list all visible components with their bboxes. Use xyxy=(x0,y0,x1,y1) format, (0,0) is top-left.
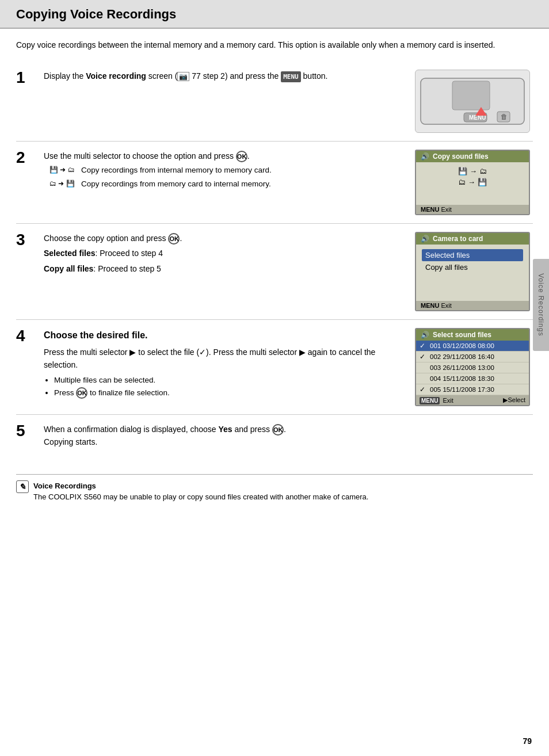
step-4-fname-1: 001 03/12/2008 08:00 xyxy=(430,342,525,349)
note-body: Voice Recordings The COOLPIX S560 may be… xyxy=(33,480,368,503)
step-3-option-copy-all: Copy all files xyxy=(422,261,523,273)
step-3-menu-spacer xyxy=(422,273,523,296)
step-2: 2 Use the multi selector to choose the o… xyxy=(16,142,533,224)
step-4-fname-5: 005 15/11/2008 17:30 xyxy=(430,386,525,393)
step-3-bold-2: Copy all files xyxy=(44,264,93,273)
step-4-footer-exit: MENU Exit xyxy=(420,397,453,404)
step-3-menu-icon: MENU xyxy=(421,302,439,309)
sidebar-label: Voice Recordings xyxy=(533,259,549,351)
step-4-fs-title: 🔊 Select sound files xyxy=(416,329,529,341)
step-1-text: Display the Voice recording screen (📷 77… xyxy=(44,70,406,82)
step-4-fname-3: 003 26/11/2008 13:00 xyxy=(430,364,525,371)
step-4-speaker-icon: 🔊 xyxy=(421,331,429,339)
step-4-check-2: ✓ xyxy=(420,353,430,361)
step-5-subtext: Copying starts. xyxy=(44,436,286,448)
step-3-speaker-icon: 🔊 xyxy=(421,235,429,243)
step-3-option-2: Copy all files: Proceed to step 5 xyxy=(44,262,406,275)
step-1-body: Display the Voice recording screen (📷 77… xyxy=(44,70,412,85)
step-1-bold: Voice recording xyxy=(86,71,146,81)
step-5-body: When a confirmation dialog is displayed,… xyxy=(44,423,286,449)
step-3-menu-title: 🔊 Camera to card xyxy=(416,233,529,245)
step-4-check-4 xyxy=(420,375,430,383)
page-number: 79 xyxy=(523,736,532,746)
step-2-menu-row-2: 🗂 → 💾 xyxy=(422,178,523,186)
step-3-menu-footer: MENU Exit xyxy=(416,301,529,310)
step-1-camera-box: MENU 🗑 xyxy=(415,70,530,133)
step-2-menu-row-1: 💾 → 🗂 xyxy=(422,167,523,175)
step-2-icon-1: 💾 ➜ 🗂︎ xyxy=(49,165,81,175)
step-4-file-3: 003 26/11/2008 13:00 xyxy=(416,362,529,373)
step-3-menu-screen: 🔊 Camera to card Selected files Copy all… xyxy=(415,232,530,311)
step-2-sub-text-2: Copy recordings from memory card to inte… xyxy=(81,178,271,190)
step-4-bullet-2: Press OK to finalize file selection. xyxy=(54,387,406,399)
step-4-image: 🔊 Select sound files ✓ 001 03/12/2008 08… xyxy=(412,328,533,406)
note-icon: ✎ xyxy=(16,480,29,493)
step-4-check-1: ✓ xyxy=(420,342,430,350)
step-1-number: 1 xyxy=(16,68,38,87)
step-2-icon-2: 🗂︎ ➜ 💾 xyxy=(49,178,81,189)
step-4-file-2: ✓ 002 29/11/2008 16:40 xyxy=(416,352,529,362)
step-2-sub-items: 💾 ➜ 🗂︎ Copy recordings from internal mem… xyxy=(49,165,406,190)
step-4-bullet-1: Multiple files can be selected. xyxy=(54,374,406,387)
step-2-sub-item-1: 💾 ➜ 🗂︎ Copy recordings from internal mem… xyxy=(49,165,406,176)
speaker-icon: 🔊 xyxy=(421,152,429,161)
mem-to-card-icon: 💾 → 🗂 xyxy=(458,167,486,175)
step-2-menu-spacer xyxy=(422,189,523,200)
step-2-body: Use the multi selector to choose the opt… xyxy=(44,150,412,192)
step-5-ok-btn: OK xyxy=(272,424,284,436)
svg-rect-1 xyxy=(452,81,490,110)
step-2-menu-screen: 🔊 Copy sound files 💾 → 🗂 🗂 → 💾 MEN xyxy=(415,150,530,215)
step-5-text: When a confirmation dialog is displayed,… xyxy=(44,423,286,436)
step-1-image: MENU 🗑 xyxy=(412,70,533,133)
step-4-text: Press the multi selector ▶ to select the… xyxy=(44,346,406,372)
step-2-sub-text-1: Copy recordings from internal memory to … xyxy=(81,165,272,176)
step-4-file-5: ✓ 005 15/11/2008 17:30 xyxy=(416,384,529,395)
step-4-footer-select: ▶Select xyxy=(503,396,525,404)
step-4-file-screen: 🔊 Select sound files ✓ 001 03/12/2008 08… xyxy=(415,328,530,406)
step-3: 3 Choose the copy option and press OK. S… xyxy=(16,224,533,320)
step-1-ref-icon: 📷 xyxy=(177,72,189,81)
step-4-fname-2: 002 29/11/2008 16:40 xyxy=(430,353,525,360)
svg-text:🗑: 🗑 xyxy=(501,113,508,121)
step-5: 5 When a confirmation dialog is displaye… xyxy=(16,415,533,457)
step-4-file-4: 004 15/11/2008 18:30 xyxy=(416,373,529,384)
camera-svg: MENU 🗑 xyxy=(418,72,527,130)
step-4-number: 4 xyxy=(16,327,38,345)
step-3-menu-body: Selected files Copy all files xyxy=(416,245,529,301)
step-4-menu-badge: MENU xyxy=(420,397,440,404)
step-4-check-3 xyxy=(420,364,430,372)
step-1: 1 Display the Voice recording screen (📷 … xyxy=(16,62,533,142)
page-title: Copying Voice Recordings xyxy=(16,7,533,22)
footer-note: ✎ Voice Recordings The COOLPIX S560 may … xyxy=(16,474,533,503)
step-5-number: 5 xyxy=(16,422,38,440)
step-3-option-1: Selected files: Proceed to step 4 xyxy=(44,247,406,259)
main-content: Copy voice recordings between the intern… xyxy=(0,29,549,457)
step-3-ok-btn: OK xyxy=(168,233,180,245)
step-4-title: Choose the desired file. xyxy=(44,328,406,343)
card-to-mem-icon: 🗂 → 💾 xyxy=(458,178,486,186)
step-5-yes-bold: Yes xyxy=(219,425,232,434)
step-2-ok-btn: OK xyxy=(236,151,247,162)
page: Copying Voice Recordings Copy voice reco… xyxy=(0,0,549,756)
step-4-body: Choose the desired file. Press the multi… xyxy=(44,328,412,399)
step-2-menu-body: 💾 → 🗂 🗂 → 💾 xyxy=(416,162,529,205)
step-4: 4 Choose the desired file. Press the mul… xyxy=(16,320,533,415)
step-3-option-selected: Selected files xyxy=(422,249,523,261)
step-4-fs-footer: MENU Exit ▶Select xyxy=(416,395,529,405)
step-4-check-5: ✓ xyxy=(420,385,430,394)
step-4-ok-btn: OK xyxy=(76,387,87,399)
step-3-bold-1: Selected files xyxy=(44,249,96,258)
step-2-menu-footer: MENU Exit xyxy=(416,205,529,214)
step-3-number: 3 xyxy=(16,231,38,249)
step-2-text: Use the multi selector to choose the opt… xyxy=(44,150,406,162)
step-3-body: Choose the copy option and press OK. Sel… xyxy=(44,232,412,277)
step-1-menu-btn: MENU xyxy=(281,71,301,83)
step-2-sub-item-2: 🗂︎ ➜ 💾 Copy recordings from memory card … xyxy=(49,178,406,190)
step-2-menu-title: 🔊 Copy sound files xyxy=(416,151,529,162)
menu-icon-label: MENU xyxy=(421,206,439,213)
step-4-file-1: ✓ 001 03/12/2008 08:00 xyxy=(416,341,529,352)
step-3-text: Choose the copy option and press OK. xyxy=(44,232,406,245)
step-4-fname-4: 004 15/11/2008 18:30 xyxy=(430,375,525,382)
step-2-number: 2 xyxy=(16,148,38,167)
step-3-image: 🔊 Camera to card Selected files Copy all… xyxy=(412,232,533,311)
